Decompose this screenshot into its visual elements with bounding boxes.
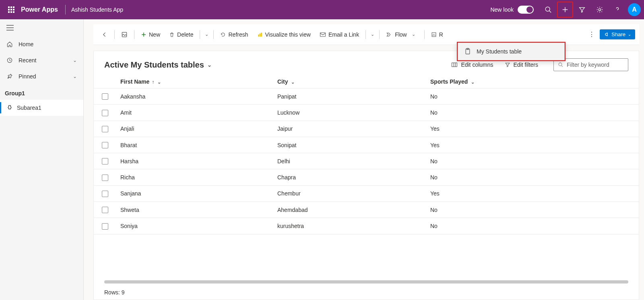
sidebar-item-label: Subarea1	[17, 105, 41, 111]
table-row[interactable]: HarshaDelhiNo	[94, 153, 639, 169]
cell-first-name: Sanjana	[116, 185, 273, 201]
new-button[interactable]: New	[137, 29, 164, 40]
row-checkbox[interactable]	[102, 223, 108, 230]
row-checkbox[interactable]	[102, 158, 108, 164]
table-row[interactable]: RichaChapraNo	[94, 169, 639, 185]
visualize-button[interactable]: Visualize this view	[253, 29, 315, 40]
mail-icon	[320, 32, 326, 37]
search-icon[interactable]	[539, 1, 557, 18]
email-link-button[interactable]: Email a Link	[316, 29, 363, 40]
cell-city: Delhi	[273, 153, 426, 169]
sidebar-item-recent[interactable]: Recent ⌄	[0, 52, 83, 68]
row-checkbox[interactable]	[102, 126, 108, 132]
sidebar-item-subarea1[interactable]: Subarea1	[0, 100, 83, 116]
table-row[interactable]: AnjaliJaipurYes	[94, 121, 639, 137]
refresh-label: Refresh	[228, 31, 248, 38]
row-checkbox[interactable]	[102, 110, 108, 116]
flow-button[interactable]: Flow ⌄	[382, 29, 422, 40]
svg-point-0	[545, 7, 550, 11]
header-divider	[65, 5, 66, 14]
sidebar-item-home[interactable]: Home	[0, 36, 83, 52]
svg-rect-12	[258, 35, 259, 37]
delete-label: Delete	[177, 31, 193, 38]
pin-icon	[6, 73, 14, 80]
email-label: Email a Link	[328, 31, 359, 38]
clock-icon	[6, 57, 14, 64]
filter-placeholder: Filter by keyword	[567, 62, 609, 68]
flyout-item-my-students-table[interactable]: My Students table	[458, 43, 564, 60]
edit-filters-button[interactable]: Edit filters	[505, 62, 538, 68]
chevron-down-icon: ⌄	[471, 80, 475, 84]
horizontal-scrollbar[interactable]	[104, 280, 628, 284]
new-label: New	[149, 31, 160, 38]
table-header-row: First Name ↑ ⌄ City ⌄ Sports Played ⌄	[94, 75, 639, 88]
row-checkbox[interactable]	[102, 93, 108, 100]
top-header: Power Apps Ashish Students App New look …	[0, 0, 644, 19]
svg-rect-22	[452, 63, 457, 67]
edit-columns-button[interactable]: Edit columns	[451, 62, 493, 68]
app-name-label: Ashish Students App	[71, 6, 123, 13]
chevron-down-icon[interactable]: ⌄	[368, 32, 377, 37]
back-arrow-icon	[101, 31, 108, 38]
back-button[interactable]	[97, 29, 112, 40]
focused-view-button[interactable]	[117, 29, 132, 40]
table-row[interactable]: AmitLucknowNo	[94, 105, 639, 121]
cell-sports: Yes	[426, 185, 639, 201]
chevron-down-icon: ⌄	[207, 62, 212, 68]
table-row[interactable]: SoniyakurushetraNo	[94, 218, 639, 234]
share-button[interactable]: Share ⌄	[600, 29, 635, 39]
row-checkbox[interactable]	[102, 142, 108, 148]
chevron-down-icon: ⌄	[628, 32, 631, 37]
table-row[interactable]: ShwetaAhemdabadNo	[94, 202, 639, 218]
svg-line-26	[561, 66, 563, 67]
divider	[379, 30, 380, 39]
gear-icon[interactable]	[591, 1, 609, 18]
toggle-switch-icon[interactable]	[518, 6, 534, 14]
chevron-down-icon: ⌄	[73, 58, 77, 63]
view-selector[interactable]: Active My Students tables ⌄	[104, 60, 212, 70]
chevron-down-icon[interactable]: ⌄	[202, 32, 211, 37]
cell-sports: No	[426, 105, 639, 121]
flyout-item-label: My Students table	[477, 48, 522, 55]
column-header-city[interactable]: City ⌄	[273, 75, 426, 88]
image-icon	[121, 31, 128, 38]
refresh-button[interactable]: Refresh	[216, 29, 252, 40]
row-checkbox[interactable]	[102, 207, 108, 213]
add-icon[interactable]	[557, 2, 573, 18]
puzzle-icon	[6, 105, 13, 111]
cell-first-name: Anjali	[116, 121, 273, 137]
sort-asc-icon: ↑	[152, 79, 154, 85]
share-label: Share	[611, 31, 625, 37]
avatar[interactable]: A	[628, 3, 641, 16]
new-look-toggle[interactable]: New look	[490, 6, 534, 14]
cell-sports: Yes	[426, 121, 639, 137]
sidebar-group-label: Group1	[0, 84, 83, 100]
more-commands-button[interactable]: ⋮	[584, 28, 599, 41]
divider	[200, 30, 200, 39]
app-launcher-icon[interactable]	[3, 2, 19, 18]
row-checkbox[interactable]	[102, 191, 108, 197]
report-label: R	[439, 31, 443, 38]
cell-first-name: Richa	[116, 169, 273, 185]
select-all-header[interactable]	[94, 75, 116, 88]
table-row[interactable]: SanjanaChemburYes	[94, 185, 639, 201]
row-checkbox[interactable]	[102, 175, 108, 181]
flow-icon	[386, 32, 392, 37]
add-flyout: My Students table	[457, 42, 566, 61]
column-header-first-name[interactable]: First Name ↑ ⌄	[116, 75, 273, 88]
filter-funnel-icon[interactable]	[573, 1, 591, 18]
table-row[interactable]: AakanshaPanipatNo	[94, 88, 639, 105]
delete-button[interactable]: Delete	[165, 29, 197, 40]
divider	[114, 30, 115, 39]
trash-icon	[169, 32, 175, 37]
table-row[interactable]: BharatSonipatYes	[94, 137, 639, 153]
sidebar-item-pinned[interactable]: Pinned ⌄	[0, 68, 83, 84]
report-icon	[431, 32, 437, 37]
column-header-sports-played[interactable]: Sports Played ⌄	[426, 75, 639, 88]
hamburger-icon[interactable]	[0, 25, 83, 36]
cell-sports: No	[426, 88, 639, 105]
cell-first-name: Shweta	[116, 202, 273, 218]
svg-line-1	[549, 11, 551, 13]
help-icon[interactable]	[609, 1, 626, 18]
report-button[interactable]: R	[427, 29, 447, 40]
